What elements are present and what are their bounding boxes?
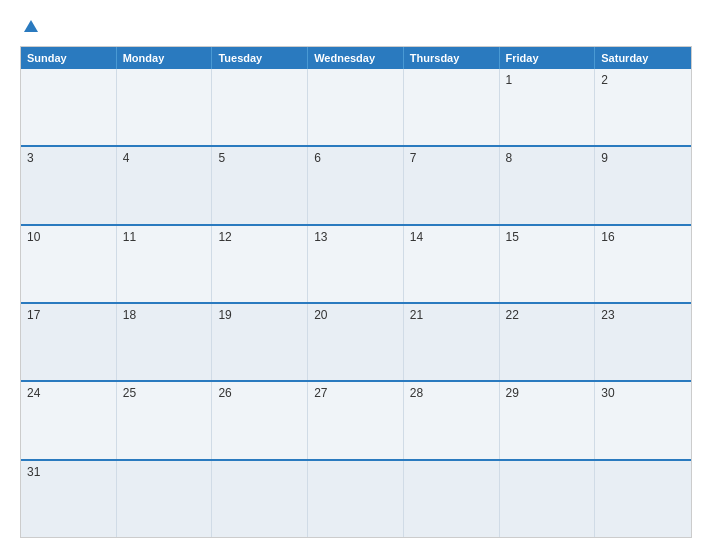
col-wednesday: Wednesday xyxy=(308,47,404,69)
day-number: 4 xyxy=(123,151,206,165)
day-number: 6 xyxy=(314,151,397,165)
col-sunday: Sunday xyxy=(21,47,117,69)
calendar-cell: 20 xyxy=(308,304,404,380)
day-number: 11 xyxy=(123,230,206,244)
calendar-cell: 16 xyxy=(595,226,691,302)
day-number: 3 xyxy=(27,151,110,165)
calendar-cell xyxy=(21,69,117,145)
day-number: 13 xyxy=(314,230,397,244)
day-number: 26 xyxy=(218,386,301,400)
calendar-cell xyxy=(500,461,596,537)
col-tuesday: Tuesday xyxy=(212,47,308,69)
calendar-cell: 10 xyxy=(21,226,117,302)
calendar-header: Sunday Monday Tuesday Wednesday Thursday… xyxy=(21,47,691,69)
day-number: 17 xyxy=(27,308,110,322)
day-number: 8 xyxy=(506,151,589,165)
calendar-cell: 4 xyxy=(117,147,213,223)
calendar-week-5: 24252627282930 xyxy=(21,380,691,458)
page: Sunday Monday Tuesday Wednesday Thursday… xyxy=(0,0,712,550)
col-monday: Monday xyxy=(117,47,213,69)
day-number: 31 xyxy=(27,465,110,479)
calendar-cell: 29 xyxy=(500,382,596,458)
calendar: Sunday Monday Tuesday Wednesday Thursday… xyxy=(20,46,692,538)
calendar-cell: 3 xyxy=(21,147,117,223)
calendar-cell: 13 xyxy=(308,226,404,302)
day-number: 9 xyxy=(601,151,685,165)
calendar-cell: 6 xyxy=(308,147,404,223)
calendar-cell: 19 xyxy=(212,304,308,380)
col-saturday: Saturday xyxy=(595,47,691,69)
calendar-cell: 14 xyxy=(404,226,500,302)
calendar-week-1: 12 xyxy=(21,69,691,145)
col-thursday: Thursday xyxy=(404,47,500,69)
calendar-cell: 24 xyxy=(21,382,117,458)
day-number: 30 xyxy=(601,386,685,400)
svg-marker-0 xyxy=(24,20,38,32)
day-number: 22 xyxy=(506,308,589,322)
day-number: 28 xyxy=(410,386,493,400)
col-friday: Friday xyxy=(500,47,596,69)
calendar-cell: 8 xyxy=(500,147,596,223)
calendar-week-3: 10111213141516 xyxy=(21,224,691,302)
day-number: 21 xyxy=(410,308,493,322)
day-number: 16 xyxy=(601,230,685,244)
calendar-cell xyxy=(595,461,691,537)
day-number: 23 xyxy=(601,308,685,322)
calendar-body: 1234567891011121314151617181920212223242… xyxy=(21,69,691,537)
calendar-cell: 28 xyxy=(404,382,500,458)
day-number: 7 xyxy=(410,151,493,165)
calendar-cell: 7 xyxy=(404,147,500,223)
day-number: 2 xyxy=(601,73,685,87)
calendar-week-2: 3456789 xyxy=(21,145,691,223)
calendar-cell: 23 xyxy=(595,304,691,380)
day-number: 20 xyxy=(314,308,397,322)
day-number: 19 xyxy=(218,308,301,322)
calendar-week-6: 31 xyxy=(21,459,691,537)
calendar-cell xyxy=(404,461,500,537)
calendar-cell: 26 xyxy=(212,382,308,458)
calendar-cell xyxy=(308,461,404,537)
day-number: 29 xyxy=(506,386,589,400)
calendar-cell: 22 xyxy=(500,304,596,380)
calendar-cell xyxy=(308,69,404,145)
day-number: 25 xyxy=(123,386,206,400)
calendar-cell: 21 xyxy=(404,304,500,380)
calendar-cell: 25 xyxy=(117,382,213,458)
day-number: 27 xyxy=(314,386,397,400)
calendar-cell: 1 xyxy=(500,69,596,145)
calendar-cell: 11 xyxy=(117,226,213,302)
day-number: 1 xyxy=(506,73,589,87)
calendar-cell: 27 xyxy=(308,382,404,458)
calendar-cell xyxy=(117,69,213,145)
logo-icon xyxy=(22,18,40,36)
logo xyxy=(20,18,40,36)
calendar-cell xyxy=(212,461,308,537)
day-number: 10 xyxy=(27,230,110,244)
day-number: 5 xyxy=(218,151,301,165)
day-number: 14 xyxy=(410,230,493,244)
calendar-cell: 5 xyxy=(212,147,308,223)
calendar-week-4: 17181920212223 xyxy=(21,302,691,380)
day-number: 24 xyxy=(27,386,110,400)
calendar-cell xyxy=(404,69,500,145)
day-number: 15 xyxy=(506,230,589,244)
calendar-cell: 31 xyxy=(21,461,117,537)
calendar-cell: 15 xyxy=(500,226,596,302)
calendar-cell: 12 xyxy=(212,226,308,302)
day-number: 18 xyxy=(123,308,206,322)
day-number: 12 xyxy=(218,230,301,244)
calendar-cell: 2 xyxy=(595,69,691,145)
calendar-cell: 30 xyxy=(595,382,691,458)
calendar-cell: 18 xyxy=(117,304,213,380)
header xyxy=(20,18,692,36)
calendar-cell xyxy=(212,69,308,145)
calendar-cell: 17 xyxy=(21,304,117,380)
calendar-cell: 9 xyxy=(595,147,691,223)
calendar-cell xyxy=(117,461,213,537)
